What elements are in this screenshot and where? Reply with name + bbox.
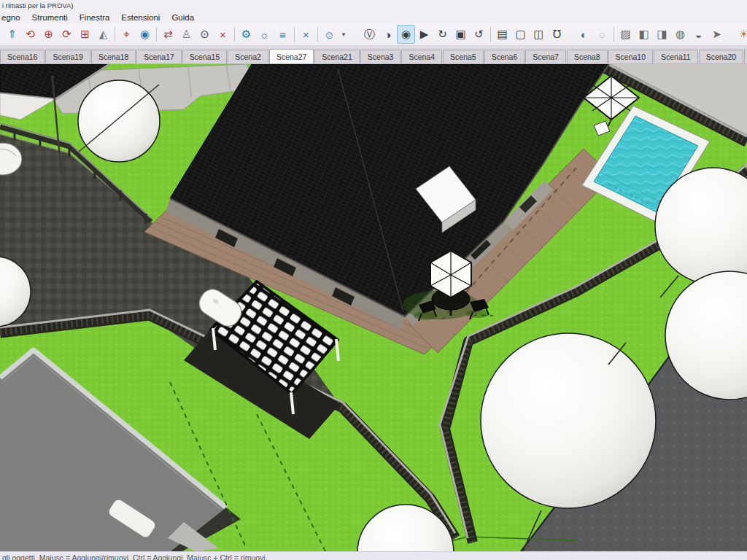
- toolbar: ⇑⟲⊕⟳⊞◭⌖◉⇄♙⊙×⚙☼≡×☺▾Ⓥ◑◉▶↻▣↺▤▢◫℧◐◌▨◧◨◍◒➤☀Ψ◎…: [0, 23, 747, 46]
- scene-tab-scena27[interactable]: Scena27: [269, 49, 314, 63]
- scene-tab-scena7[interactable]: Scena7: [525, 50, 566, 63]
- scene-tab-scena3[interactable]: Scena3: [360, 50, 401, 63]
- scene-tab-scena11[interactable]: Scena11: [654, 50, 698, 63]
- scene-tab-scena10[interactable]: Scena10: [608, 50, 653, 63]
- vray-logo-icon[interactable]: Ⓥ: [360, 25, 379, 44]
- perspective-icon[interactable]: ◭: [94, 25, 112, 44]
- vrscene-icon[interactable]: ◍: [671, 25, 689, 44]
- infinite-plane-icon[interactable]: ◐: [575, 25, 593, 44]
- menu-strumenti[interactable]: Strumenti: [26, 13, 74, 22]
- fur-icon[interactable]: ▨: [616, 25, 635, 44]
- frame-buffer-icon[interactable]: ▣: [452, 25, 470, 44]
- title-bar: i rimasti per la PROVA): [0, 0, 747, 11]
- toolbar-group: ⌖◉: [117, 25, 154, 44]
- scene-tab-scena5[interactable]: Scena5: [443, 50, 484, 63]
- asset-editor-icon[interactable]: ◑: [379, 25, 397, 44]
- toolbar-separator: [234, 27, 235, 42]
- frame-buffer-window-icon[interactable]: ▢: [511, 25, 530, 44]
- scene-tab-scena8[interactable]: Scena8: [567, 50, 608, 63]
- menu-egno[interactable]: egno: [0, 13, 26, 22]
- scene-tab-scena17[interactable]: Scena17: [136, 50, 181, 63]
- pan-icon[interactable]: ⊕: [39, 25, 58, 44]
- push-pull-icon[interactable]: ⇑: [3, 25, 21, 44]
- toolbar-group: ⇄♙⊙×: [159, 25, 232, 44]
- scene-tab-scena21[interactable]: Scena21: [314, 50, 359, 63]
- scene-tab-scena19[interactable]: Scena19: [45, 50, 90, 63]
- zoom-icon[interactable]: ⊙: [196, 25, 214, 44]
- toolbar-group: ▤▢◫℧: [493, 25, 566, 44]
- status-text: gli oggetti. Maiusc = Aggiungi/rimuovi. …: [2, 553, 268, 560]
- menu-bar: egnoStrumentiFinestraEstensioniGuida: [0, 11, 747, 23]
- scene-tab-scena6[interactable]: Scena6: [484, 50, 525, 63]
- toolbar-group: ▨◧◨◍◒➤: [616, 25, 726, 44]
- render-last-icon[interactable]: ▶: [415, 25, 433, 44]
- toolbar-group: ◐◌: [575, 25, 611, 44]
- toolbar-group: ☺▾: [320, 25, 349, 44]
- toolbar-group: ⚙☼≡: [237, 25, 292, 44]
- dome-icon[interactable]: ◒: [689, 25, 708, 44]
- zoom-window-icon[interactable]: ⊞: [76, 25, 94, 44]
- update-scene-icon[interactable]: ⚙: [237, 25, 255, 44]
- dropdown-caret-icon[interactable]: ▾: [338, 25, 349, 44]
- walk-icon[interactable]: ♙: [177, 25, 196, 44]
- toolbar-group: Ⓥ◑◉▶↻▣↺: [360, 25, 488, 44]
- toolbar-separator: [294, 27, 295, 42]
- object-picker-icon[interactable]: ➤: [708, 25, 726, 44]
- viewport-render-region-icon[interactable]: ◫: [530, 25, 548, 44]
- look-around-icon[interactable]: ◉: [136, 25, 154, 44]
- refresh-scene-icon[interactable]: ⟳: [58, 25, 76, 44]
- swap-view-icon[interactable]: ⇄: [159, 25, 177, 44]
- toolbar-group: ☀Ψ◎◭: [735, 25, 747, 44]
- scene-tab-scena2[interactable]: Scena2: [228, 50, 268, 63]
- scene-tab-scena15[interactable]: Scena15: [182, 50, 227, 63]
- tree-sphere[interactable]: [481, 333, 656, 508]
- scene-tab-scena12[interactable]: Scena12: [744, 50, 747, 63]
- tree-sphere[interactable]: [78, 80, 160, 162]
- viewport-render-icon[interactable]: ▤: [493, 25, 511, 44]
- toolbar-separator: [614, 27, 614, 42]
- viewport-3d[interactable]: [0, 64, 747, 551]
- rect-light-icon[interactable]: ☀: [735, 25, 747, 44]
- render-icon[interactable]: ◉: [397, 25, 415, 44]
- toggle-display-icon[interactable]: ×: [297, 25, 315, 44]
- menu-guida[interactable]: Guida: [166, 13, 200, 22]
- menu-finestra[interactable]: Finestra: [74, 13, 116, 22]
- user-menu-icon[interactable]: ☺: [320, 25, 338, 44]
- zoom-extents-icon[interactable]: ×: [214, 25, 232, 44]
- scene-tab-scena20[interactable]: Scena20: [699, 50, 743, 63]
- menu-estensioni[interactable]: Estensioni: [115, 13, 166, 22]
- batch-render-icon[interactable]: ↺: [470, 25, 488, 44]
- scene-tab-scena18[interactable]: Scena18: [91, 50, 136, 63]
- orbit-icon[interactable]: ⟲: [21, 25, 39, 44]
- toolbar-separator: [115, 27, 115, 42]
- proxy-icon[interactable]: ◌: [593, 25, 611, 44]
- toolbar-separator: [156, 27, 157, 42]
- position-camera-icon[interactable]: ⌖: [117, 25, 136, 44]
- layers-icon[interactable]: ≡: [274, 25, 292, 44]
- toolbar-separator: [490, 27, 491, 42]
- interactive-render-icon[interactable]: ↻: [433, 25, 452, 44]
- scene-tab-scena4[interactable]: Scena4: [401, 50, 442, 63]
- styles-icon[interactable]: ☼: [255, 25, 274, 44]
- sketchup-window: i rimasti per la PROVA) egnoStrumentiFin…: [0, 0, 747, 560]
- toolbar-group: ⇑⟲⊕⟳⊞◭: [3, 25, 112, 44]
- displacement-icon[interactable]: ◨: [653, 25, 671, 44]
- clipper-icon[interactable]: ◧: [635, 25, 653, 44]
- lock-camera-icon[interactable]: ℧: [548, 25, 566, 44]
- window-title: i rimasti per la PROVA): [2, 1, 73, 9]
- toolbar-separator: [317, 27, 318, 42]
- scene-tab-bar: Scena16Scena19Scena18Scena17Scena15Scena…: [0, 46, 747, 64]
- status-bar: gli oggetti. Maiusc = Aggiungi/rimuovi. …: [0, 551, 747, 560]
- scene-tab-scena16[interactable]: Scena16: [0, 50, 44, 63]
- toolbar-group: ×: [297, 25, 315, 44]
